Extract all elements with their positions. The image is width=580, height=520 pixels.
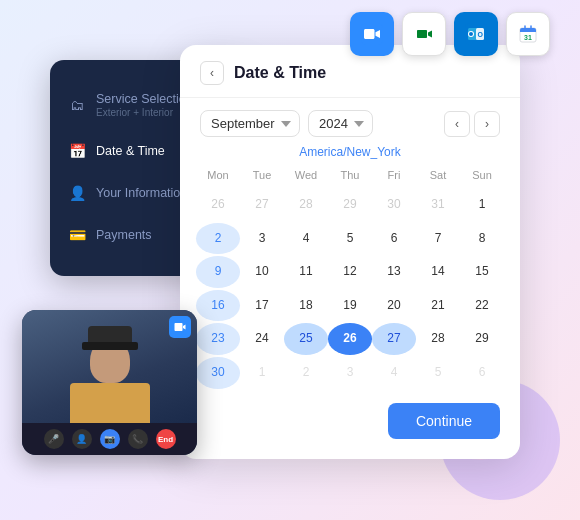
- share-button[interactable]: 📞: [128, 429, 148, 449]
- date-time-icon: 📅: [68, 142, 86, 160]
- cal-day[interactable]: 6: [372, 223, 416, 255]
- year-select[interactable]: 2024 2025: [308, 110, 373, 137]
- zoom-icon[interactable]: [350, 12, 394, 56]
- cal-day[interactable]: 2: [284, 357, 328, 389]
- video-person: [22, 310, 197, 423]
- cal-day[interactable]: 14: [416, 256, 460, 288]
- participants-button[interactable]: 👤: [72, 429, 92, 449]
- continue-btn-row: Continue: [180, 391, 520, 439]
- calendar-day-headers: Mon Tue Wed Thu Fri Sat Sun: [196, 165, 504, 185]
- cal-day[interactable]: 4: [284, 223, 328, 255]
- calendar-week-6: 30 1 2 3 4 5 6: [196, 357, 504, 389]
- day-header-mon: Mon: [196, 165, 240, 185]
- google-meet-icon[interactable]: [402, 12, 446, 56]
- timezone-label[interactable]: America/New_York: [180, 141, 520, 165]
- calendar-grid: Mon Tue Wed Thu Fri Sat Sun 26 27 28 29 …: [180, 165, 520, 389]
- day-header-tue: Tue: [240, 165, 284, 185]
- payments-icon: 💳: [68, 226, 86, 244]
- cal-day[interactable]: 9: [196, 256, 240, 288]
- nav-arrows: ‹ ›: [444, 111, 500, 137]
- cal-day[interactable]: 6: [460, 357, 504, 389]
- month-select[interactable]: September October November: [200, 110, 300, 137]
- cal-day[interactable]: 17: [240, 290, 284, 322]
- service-selection-icon: 🗂: [68, 96, 86, 114]
- cal-day[interactable]: 18: [284, 290, 328, 322]
- cal-day[interactable]: 3: [328, 357, 372, 389]
- svg-text:31: 31: [524, 34, 532, 41]
- panel-title: Date & Time: [234, 64, 326, 82]
- cal-day[interactable]: 25: [284, 323, 328, 355]
- cal-day[interactable]: 8: [460, 223, 504, 255]
- svg-point-7: [469, 32, 473, 36]
- next-month-button[interactable]: ›: [474, 111, 500, 137]
- cal-day[interactable]: 13: [372, 256, 416, 288]
- prev-month-button[interactable]: ‹: [444, 111, 470, 137]
- cal-day[interactable]: 27: [372, 323, 416, 355]
- person-hat: [88, 326, 132, 346]
- video-controls-bar: 🎤 👤 📷 📞 End: [22, 423, 197, 455]
- cal-day[interactable]: 10: [240, 256, 284, 288]
- continue-button[interactable]: Continue: [388, 403, 500, 439]
- day-header-sun: Sun: [460, 165, 504, 185]
- day-header-wed: Wed: [284, 165, 328, 185]
- cal-day[interactable]: 16: [196, 290, 240, 322]
- cal-day[interactable]: 3: [240, 223, 284, 255]
- camera-button[interactable]: 📷: [100, 429, 120, 449]
- end-call-button[interactable]: End: [156, 429, 176, 449]
- calendar-controls: September October November 2024 2025 ‹ ›: [180, 98, 520, 141]
- person-head: [90, 338, 130, 383]
- outlook-icon[interactable]: O: [454, 12, 498, 56]
- back-button[interactable]: ‹: [200, 61, 224, 85]
- cal-day[interactable]: 1: [460, 189, 504, 221]
- cal-day[interactable]: 2: [196, 223, 240, 255]
- cal-day[interactable]: 31: [416, 189, 460, 221]
- day-header-thu: Thu: [328, 165, 372, 185]
- cal-day[interactable]: 4: [372, 357, 416, 389]
- video-zoom-badge: [169, 316, 191, 338]
- svg-text:O: O: [478, 31, 484, 38]
- cal-day[interactable]: 11: [284, 256, 328, 288]
- your-information-icon: 👤: [68, 184, 86, 202]
- mute-button[interactable]: 🎤: [44, 429, 64, 449]
- app-icons-bar: O 31: [350, 12, 550, 56]
- cal-day[interactable]: 5: [416, 357, 460, 389]
- calendar-week-2: 2 3 4 5 6 7 8: [196, 223, 504, 255]
- day-header-fri: Fri: [372, 165, 416, 185]
- cal-day[interactable]: 29: [328, 189, 372, 221]
- svg-rect-11: [520, 30, 536, 32]
- cal-day[interactable]: 27: [240, 189, 284, 221]
- cal-day[interactable]: 20: [372, 290, 416, 322]
- calendar-week-3: 9 10 11 12 13 14 15: [196, 256, 504, 288]
- calendar-panel: ‹ Date & Time September October November…: [180, 45, 520, 459]
- cal-day[interactable]: 30: [372, 189, 416, 221]
- calendar-week-5: 23 24 25 26 27 28 29: [196, 323, 504, 355]
- video-overlay: 🎤 👤 📷 📞 End: [22, 310, 197, 455]
- day-header-sat: Sat: [416, 165, 460, 185]
- cal-day[interactable]: 28: [416, 323, 460, 355]
- cal-day[interactable]: 7: [416, 223, 460, 255]
- cal-day-today[interactable]: 26: [328, 323, 372, 355]
- cal-day[interactable]: 12: [328, 256, 372, 288]
- calendar-week-4: 16 17 18 19 20 21 22: [196, 290, 504, 322]
- cal-day[interactable]: 15: [460, 256, 504, 288]
- cal-day[interactable]: 30: [196, 357, 240, 389]
- cal-day[interactable]: 1: [240, 357, 284, 389]
- cal-day[interactable]: 22: [460, 290, 504, 322]
- cal-day[interactable]: 29: [460, 323, 504, 355]
- cal-day[interactable]: 28: [284, 189, 328, 221]
- calendar-week-1: 26 27 28 29 30 31 1: [196, 189, 504, 221]
- cal-day[interactable]: 19: [328, 290, 372, 322]
- cal-day[interactable]: 21: [416, 290, 460, 322]
- cal-day[interactable]: 23: [196, 323, 240, 355]
- cal-day[interactable]: 26: [196, 189, 240, 221]
- person-silhouette: [70, 338, 150, 423]
- cal-day[interactable]: 24: [240, 323, 284, 355]
- person-shirt: [70, 383, 150, 423]
- cal-day[interactable]: 5: [328, 223, 372, 255]
- google-calendar-icon[interactable]: 31: [506, 12, 550, 56]
